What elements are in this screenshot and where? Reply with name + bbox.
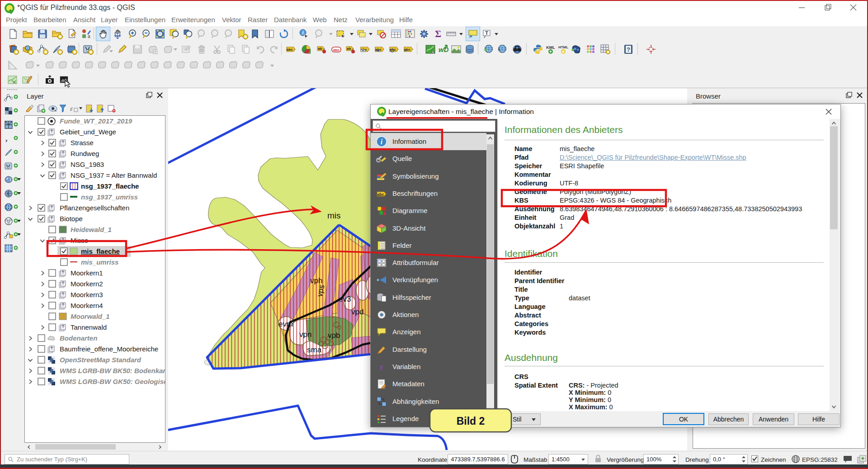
svg-text:Σ: Σ bbox=[435, 28, 441, 39]
svg-text:?: ? bbox=[627, 46, 630, 53]
svg-text:vpn: vpn bbox=[299, 330, 311, 339]
svg-text:ε: ε bbox=[70, 105, 73, 112]
svg-text:a: a bbox=[88, 34, 90, 39]
svg-text:T: T bbox=[7, 192, 9, 196]
svg-text:abc: abc bbox=[377, 192, 384, 196]
svg-text:abc: abc bbox=[287, 47, 293, 52]
svg-text:i: i bbox=[381, 138, 383, 146]
svg-text:KML: KML bbox=[546, 45, 555, 50]
svg-text:vph: vph bbox=[310, 276, 322, 285]
svg-text:HTML: HTML bbox=[558, 45, 568, 49]
svg-text:T: T bbox=[485, 30, 488, 36]
svg-text:sma: sma bbox=[307, 346, 322, 354]
svg-text:vpd: vpd bbox=[351, 308, 363, 316]
svg-text:vpb: vpb bbox=[328, 331, 340, 340]
svg-text:ab: ab bbox=[347, 47, 351, 51]
svg-text:ab: ab bbox=[318, 47, 322, 51]
svg-text:mis: mis bbox=[327, 211, 341, 220]
svg-text:ev3: ev3 bbox=[339, 295, 351, 303]
svg-text:ε: ε bbox=[380, 362, 384, 372]
svg-text:abc: abc bbox=[333, 48, 340, 52]
svg-text:,: , bbox=[5, 134, 8, 143]
svg-text:evm: evm bbox=[278, 320, 293, 328]
